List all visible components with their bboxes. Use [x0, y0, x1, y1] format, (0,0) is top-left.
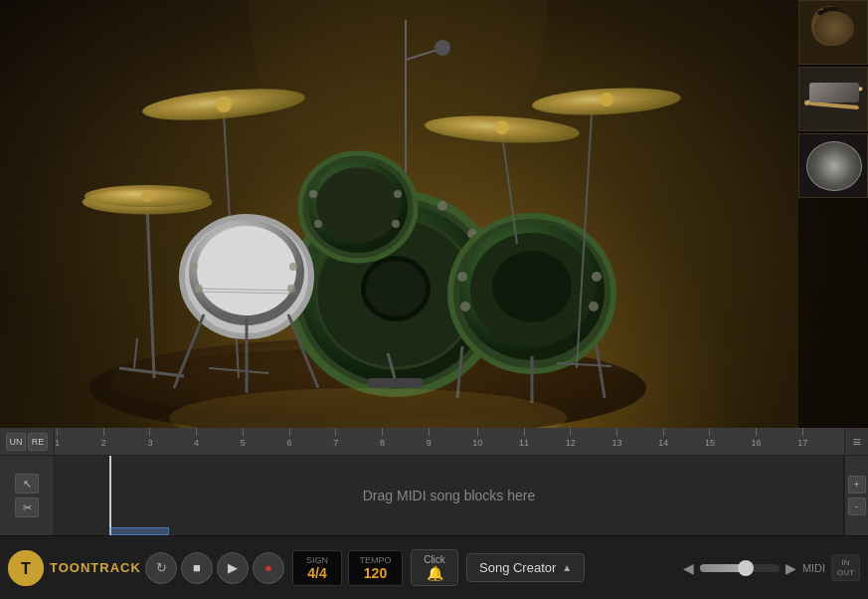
svg-point-56 [197, 226, 296, 315]
svg-point-73 [457, 272, 467, 282]
tempo-label: Tempo [359, 555, 391, 565]
ruler-tick-5: 5 [241, 428, 246, 448]
svg-point-4 [817, 9, 845, 17]
svg-point-14 [820, 155, 848, 177]
svg-point-83 [495, 120, 509, 134]
volume-slider[interactable] [700, 564, 780, 572]
svg-point-24 [141, 190, 153, 202]
svg-point-51 [314, 220, 322, 228]
bottom-transport: T TOONTRACK ↻ ■ ▶ ● Sign 4/4 [0, 535, 868, 599]
cut-tool[interactable]: ✂ [15, 498, 39, 517]
ruler-tick-2: 2 [101, 428, 106, 448]
loop-button[interactable]: ↻ [145, 552, 177, 584]
mixer-arrow-right[interactable]: ▶ [785, 560, 796, 576]
ruler-tick-4: 4 [194, 428, 199, 448]
svg-rect-6 [799, 68, 868, 131]
mixer-section: ◀ ▶ MIDI IN OUT [683, 554, 860, 581]
record-button[interactable]: ● [253, 552, 284, 584]
ruler-tick-16: 16 [752, 428, 762, 448]
ruler-tick-3: 3 [147, 428, 152, 448]
svg-point-13 [814, 149, 854, 183]
svg-point-64 [289, 263, 297, 271]
song-creator-label: Song Creator [479, 560, 556, 575]
ruler-tick-6: 6 [287, 428, 292, 448]
svg-point-32 [434, 40, 450, 56]
volume-thumb [738, 560, 754, 576]
zoom-in-button[interactable]: + [848, 476, 866, 494]
svg-point-50 [309, 190, 317, 198]
ruler-tick-13: 13 [611, 428, 621, 448]
svg-point-49 [316, 167, 400, 243]
undo-button[interactable]: UN [6, 433, 26, 451]
toontrack-logo: T TOONTRACK [8, 550, 137, 586]
ruler-tick-10: 10 [472, 428, 482, 448]
svg-point-53 [392, 220, 400, 228]
svg-point-2 [821, 9, 841, 29]
thumbnail-snare[interactable] [798, 133, 868, 198]
loop-region [109, 527, 169, 535]
timeline-ruler: UN RE 1234567891011121314151617 ≡ [0, 428, 868, 456]
tempo-display[interactable]: Tempo 120 [348, 550, 403, 586]
in-out-button[interactable]: IN OUT [831, 554, 860, 581]
svg-point-52 [394, 190, 402, 198]
svg-point-80 [600, 93, 613, 106]
ruler-tick-1: 1 [55, 428, 60, 448]
thumbnail-sticks[interactable] [798, 67, 868, 131]
record-icon: ● [264, 560, 272, 575]
svg-point-42 [437, 201, 447, 211]
svg-line-18 [147, 204, 154, 378]
ruler-tick-7: 7 [333, 428, 338, 448]
svg-point-76 [589, 301, 599, 311]
thumbnail-drummer[interactable] [798, 0, 868, 65]
midi-label: MIDI [802, 562, 825, 574]
ruler-tick-9: 9 [427, 428, 432, 448]
svg-rect-45 [368, 378, 423, 388]
ruler-tick-8: 8 [380, 428, 385, 448]
time-signature-display[interactable]: Sign 4/4 [292, 550, 342, 586]
svg-point-28 [216, 97, 232, 112]
svg-rect-10 [799, 134, 868, 198]
svg-rect-0 [799, 1, 868, 65]
sequencer-tools: ↖ ✂ [0, 456, 55, 535]
click-button[interactable]: Click 🔔 [411, 549, 458, 586]
drum-kit-area [0, 0, 868, 428]
logo-icon: T [8, 550, 44, 586]
song-creator-arrow: ▲ [562, 562, 572, 573]
right-thumbnail-panel [798, 0, 868, 428]
sequencer-main[interactable]: Drag MIDI song blocks here [55, 456, 844, 535]
click-icon: 🔔 [427, 565, 443, 581]
sequencer-right-panel: + - [844, 456, 868, 535]
transport-bar: UN RE 1234567891011121314151617 ≡ ↖ ✂ Dr… [0, 428, 868, 599]
out-label: OUT [837, 568, 854, 578]
play-icon: ▶ [228, 560, 238, 575]
svg-point-37 [366, 261, 426, 316]
click-label: Click [424, 554, 445, 565]
svg-point-74 [460, 301, 470, 311]
sign-tempo-group: Sign 4/4 Tempo 120 [292, 550, 403, 586]
ruler-settings-button[interactable]: ≡ [844, 428, 868, 456]
stop-button[interactable]: ■ [181, 552, 213, 584]
ruler-controls: UN RE [0, 428, 55, 456]
stop-icon: ■ [193, 560, 201, 575]
mixer-arrow-left[interactable]: ◀ [683, 560, 694, 576]
playhead [109, 456, 111, 535]
sequencer-area: ↖ ✂ Drag MIDI song blocks here + - [0, 456, 868, 535]
loop-icon: ↻ [156, 560, 167, 575]
redo-button[interactable]: RE [28, 433, 48, 451]
in-label: IN [842, 558, 850, 568]
song-creator-button[interactable]: Song Creator ▲ [466, 553, 585, 582]
logo-text: TOONTRACK [50, 560, 141, 575]
svg-point-69 [492, 251, 572, 322]
tempo-value: 120 [364, 565, 387, 581]
ruler-numbers: 1234567891011121314151617 [55, 428, 844, 456]
svg-text:T: T [21, 560, 31, 577]
ruler-tick-15: 15 [705, 428, 715, 448]
drag-midi-label: Drag MIDI song blocks here [363, 488, 536, 503]
sign-value: 4/4 [307, 565, 326, 581]
svg-point-75 [592, 272, 602, 282]
svg-point-12 [810, 145, 858, 187]
svg-point-65 [287, 285, 295, 293]
play-button[interactable]: ▶ [217, 552, 249, 584]
cursor-tool[interactable]: ↖ [15, 474, 39, 494]
zoom-out-button[interactable]: - [848, 498, 866, 515]
